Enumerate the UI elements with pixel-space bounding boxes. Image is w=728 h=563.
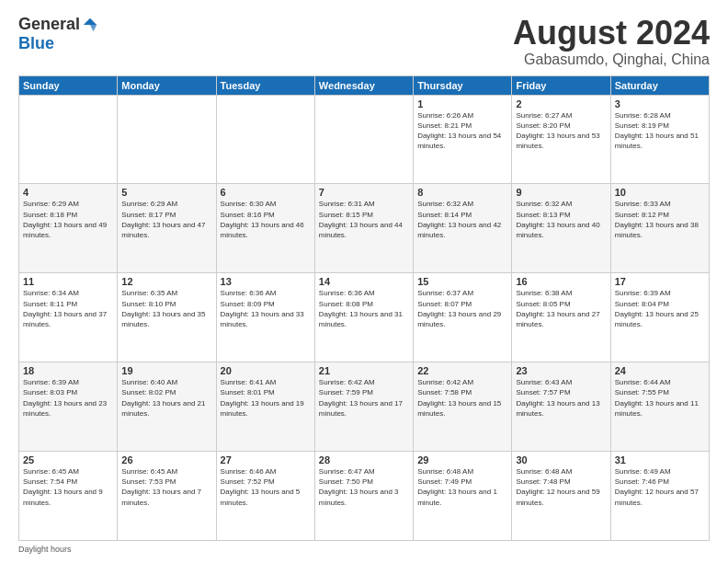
day-info: Sunrise: 6:30 AMSunset: 8:16 PMDaylight:… [221,199,311,240]
svg-marker-1 [90,25,97,31]
day-number: 19 [121,365,211,376]
logo-text: General [18,15,98,34]
day-info: Sunrise: 6:27 AMSunset: 8:20 PMDaylight:… [516,110,606,152]
day-number: 11 [23,276,113,287]
calendar-cell: 10Sunrise: 6:33 AMSunset: 8:12 PMDayligh… [610,184,709,273]
day-info: Sunrise: 6:35 AMSunset: 8:10 PMDaylight:… [121,288,211,329]
day-number: 25 [23,454,113,465]
day-number: 28 [319,454,409,465]
calendar-cell [314,95,413,184]
day-number: 4 [23,187,113,198]
day-number: 17 [615,276,705,287]
day-number: 18 [23,365,113,376]
calendar-week-2: 4Sunrise: 6:29 AMSunset: 8:18 PMDaylight… [19,184,710,273]
day-info: Sunrise: 6:33 AMSunset: 8:12 PMDaylight:… [615,199,705,240]
day-number: 10 [615,187,705,198]
calendar-cell: 21Sunrise: 6:42 AMSunset: 7:59 PMDayligh… [314,362,413,452]
day-number: 21 [319,365,409,376]
day-info: Sunrise: 6:46 AMSunset: 7:52 PMDaylight:… [221,466,311,508]
day-number: 30 [516,454,606,465]
col-wednesday: Wednesday [314,75,413,95]
calendar-week-4: 18Sunrise: 6:39 AMSunset: 8:03 PMDayligh… [19,362,710,452]
day-number: 3 [615,98,705,109]
calendar-cell: 30Sunrise: 6:48 AMSunset: 7:48 PMDayligh… [512,452,610,541]
col-monday: Monday [118,75,216,95]
day-info: Sunrise: 6:26 AMSunset: 8:21 PMDaylight:… [417,110,507,152]
day-number: 22 [417,365,507,376]
day-info: Sunrise: 6:37 AMSunset: 8:07 PMDaylight:… [417,288,507,329]
calendar-week-5: 25Sunrise: 6:45 AMSunset: 7:54 PMDayligh… [19,452,710,541]
day-number: 15 [417,276,507,287]
day-info: Sunrise: 6:47 AMSunset: 7:50 PMDaylight:… [319,466,409,508]
day-number: 6 [221,187,311,198]
calendar-cell [118,95,216,184]
day-number: 14 [319,276,409,287]
day-number: 8 [417,187,507,198]
day-number: 5 [121,187,211,198]
day-info: Sunrise: 6:39 AMSunset: 8:04 PMDaylight:… [615,288,705,329]
day-number: 12 [121,276,211,287]
col-sunday: Sunday [19,75,118,95]
page: General Blue August 2024 Gabasumdo, Qing… [0,0,728,563]
calendar-cell: 12Sunrise: 6:35 AMSunset: 8:10 PMDayligh… [118,273,216,362]
day-number: 13 [221,276,311,287]
day-info: Sunrise: 6:44 AMSunset: 7:55 PMDaylight:… [615,377,705,419]
calendar-cell: 25Sunrise: 6:45 AMSunset: 7:54 PMDayligh… [19,452,118,541]
title-section: August 2024 Gabasumdo, Qinghai, China [513,15,710,68]
col-friday: Friday [512,75,610,95]
day-info: Sunrise: 6:28 AMSunset: 8:19 PMDaylight:… [615,110,705,152]
day-info: Sunrise: 6:48 AMSunset: 7:48 PMDaylight:… [516,466,606,508]
day-info: Sunrise: 6:48 AMSunset: 7:49 PMDaylight:… [417,466,507,508]
calendar-cell [19,95,118,184]
calendar-cell: 24Sunrise: 6:44 AMSunset: 7:55 PMDayligh… [610,362,709,452]
col-thursday: Thursday [414,75,512,95]
calendar-cell: 4Sunrise: 6:29 AMSunset: 8:18 PMDaylight… [19,184,118,273]
calendar-cell: 9Sunrise: 6:32 AMSunset: 8:13 PMDaylight… [512,184,610,273]
day-number: 2 [516,98,606,109]
calendar-cell: 3Sunrise: 6:28 AMSunset: 8:19 PMDaylight… [610,95,709,184]
day-info: Sunrise: 6:45 AMSunset: 7:54 PMDaylight:… [23,466,113,508]
calendar-cell: 19Sunrise: 6:40 AMSunset: 8:02 PMDayligh… [118,362,216,452]
calendar-cell: 5Sunrise: 6:29 AMSunset: 8:17 PMDaylight… [118,184,216,273]
calendar-cell: 2Sunrise: 6:27 AMSunset: 8:20 PMDaylight… [512,95,610,184]
calendar-cell: 28Sunrise: 6:47 AMSunset: 7:50 PMDayligh… [314,452,413,541]
day-number: 20 [221,365,311,376]
footer: Daylight hours [18,545,710,554]
calendar-cell: 14Sunrise: 6:36 AMSunset: 8:08 PMDayligh… [314,273,413,362]
day-info: Sunrise: 6:39 AMSunset: 8:03 PMDaylight:… [23,377,113,419]
day-number: 1 [417,98,507,109]
logo-blue-text: Blue [18,34,54,53]
day-number: 24 [615,365,705,376]
calendar-cell: 15Sunrise: 6:37 AMSunset: 8:07 PMDayligh… [414,273,512,362]
day-info: Sunrise: 6:42 AMSunset: 7:58 PMDaylight:… [417,377,507,419]
day-info: Sunrise: 6:42 AMSunset: 7:59 PMDaylight:… [319,377,409,419]
calendar-cell: 20Sunrise: 6:41 AMSunset: 8:01 PMDayligh… [216,362,314,452]
month-title: August 2024 [513,15,710,52]
calendar-cell: 16Sunrise: 6:38 AMSunset: 8:05 PMDayligh… [512,273,610,362]
calendar-cell: 26Sunrise: 6:45 AMSunset: 7:53 PMDayligh… [118,452,216,541]
day-info: Sunrise: 6:32 AMSunset: 8:13 PMDaylight:… [516,199,606,240]
col-saturday: Saturday [610,75,709,95]
day-info: Sunrise: 6:32 AMSunset: 8:14 PMDaylight:… [417,199,507,240]
footer-label: Daylight hours [18,545,72,554]
day-info: Sunrise: 6:41 AMSunset: 8:01 PMDaylight:… [221,377,311,419]
calendar-cell: 13Sunrise: 6:36 AMSunset: 8:09 PMDayligh… [216,273,314,362]
calendar-cell: 29Sunrise: 6:48 AMSunset: 7:49 PMDayligh… [414,452,512,541]
calendar-cell: 6Sunrise: 6:30 AMSunset: 8:16 PMDaylight… [216,184,314,273]
calendar-cell: 7Sunrise: 6:31 AMSunset: 8:15 PMDaylight… [314,184,413,273]
day-info: Sunrise: 6:45 AMSunset: 7:53 PMDaylight:… [121,466,211,508]
logo-icon [82,17,98,33]
header: General Blue August 2024 Gabasumdo, Qing… [18,15,710,68]
calendar-cell: 31Sunrise: 6:49 AMSunset: 7:46 PMDayligh… [610,452,709,541]
day-info: Sunrise: 6:34 AMSunset: 8:11 PMDaylight:… [23,288,113,329]
logo: General Blue [18,15,98,53]
calendar-table: Sunday Monday Tuesday Wednesday Thursday… [18,75,710,541]
logo-general: General [18,15,80,34]
logo-blue: Blue [18,34,54,53]
day-number: 9 [516,187,606,198]
day-number: 27 [221,454,311,465]
calendar-cell: 11Sunrise: 6:34 AMSunset: 8:11 PMDayligh… [19,273,118,362]
day-info: Sunrise: 6:31 AMSunset: 8:15 PMDaylight:… [319,199,409,240]
day-info: Sunrise: 6:29 AMSunset: 8:18 PMDaylight:… [23,199,113,240]
day-info: Sunrise: 6:40 AMSunset: 8:02 PMDaylight:… [121,377,211,419]
